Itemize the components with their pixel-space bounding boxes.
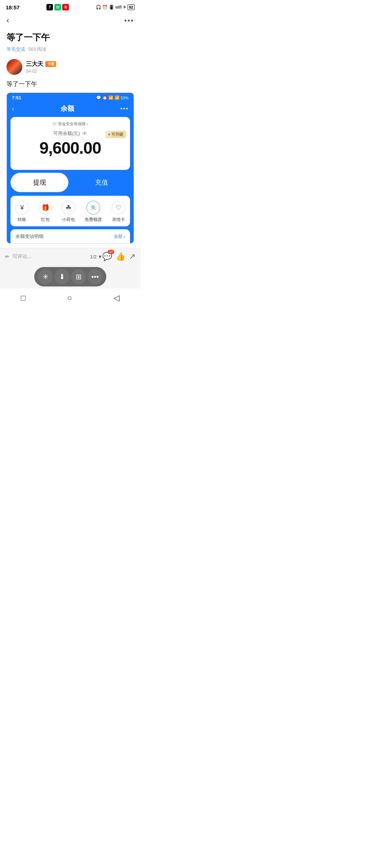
comment-input-area[interactable]: ✏ 写评论... [5,253,90,260]
quick-action-family-card[interactable]: ♡ 亲情卡 [112,201,125,223]
status-bar: 18:57 T W R 🎧 ⏰ 📳 wifi ✈ 92 [0,0,140,13]
article-category[interactable]: 羊毛交流 [6,46,25,53]
inner-status-right: 💬 ⏰ 📶 📶 53% [96,95,129,100]
quick-action-lotus[interactable]: ☘ 小荷包 [62,201,75,223]
more-button[interactable]: ••• [124,17,134,25]
status-right-icons: 🎧 ⏰ 📳 wifi ✈ 92 [96,4,135,10]
recents-button[interactable]: □ [14,292,33,304]
inner-back-button[interactable]: ‹ [12,105,14,113]
quick-action-transfer[interactable]: ¥ 转账 [15,201,29,223]
page-wrapper: 18:57 T W R 🎧 ⏰ 📳 wifi ✈ 92 ‹ ••• 等了一下午 … [0,0,140,313]
wifi-icon: wifi [115,5,121,10]
inner-signal-icon: 📶 [115,95,120,100]
page-number: 1/2 [90,254,97,259]
toolbar-btn-download[interactable]: ⬇ [54,269,70,284]
author-row: 三大天 卡皇 04-02 [0,59,140,78]
family-card-icon: ♡ [112,201,125,214]
security-badge[interactable]: 🛡 资金安全有保障 › [16,121,124,127]
inner-battery: 53% [121,96,129,100]
eye-icon[interactable]: 👁 [82,131,87,136]
quick-actions: ¥ 转账 🎁 红包 ☘ 小荷包 免 免费额度 ♡ 亲情卡 [10,196,130,226]
status-app-icons: T W R [46,4,69,10]
comment-placeholder: 写评论... [12,253,32,260]
system-nav-bar: □ ○ ◁ [0,288,140,310]
edit-icon: ✏ [5,254,9,259]
inner-more-button[interactable]: ••• [120,105,129,112]
inner-alarm-icon: ⏰ [102,95,107,100]
quick-action-free-quota[interactable]: 免 免费额度 [85,201,102,223]
inner-nav: ‹ 余额 ••• [7,102,134,117]
inner-nav-title: 余额 [61,104,74,113]
airplane-icon: ✈ [123,5,126,10]
redpacket-label: 红包 [41,217,50,223]
battery-indicator: 92 [128,4,135,10]
quick-action-redpacket[interactable]: 🎁 红包 [39,201,52,223]
back-button[interactable]: ‹ [6,16,9,25]
red-app-icon: R [62,4,69,10]
inner-wifi-icon: 📶 [108,95,113,100]
action-buttons: 提现 充值 [10,173,130,192]
floating-toolbar: ✳ ⬇ ⊞ ••• [34,267,106,286]
toolbar-btn-asterisk[interactable]: ✳ [38,269,53,284]
home-button[interactable]: ○ [60,292,79,304]
notification-badge: 17 [108,250,114,254]
author-date: 04-02 [26,69,56,74]
inner-status-bar: 7:51 💬 ⏰ 📶 📶 53% [7,93,134,102]
vibrate-icon: 📳 [109,5,114,10]
share-icon[interactable]: ↗ [129,252,135,261]
author-avatar[interactable] [6,59,22,75]
transfer-label: 转账 [18,217,26,223]
floating-toolbar-row: ✳ ⬇ ⊞ ••• [0,265,140,288]
inner-wechat-icon: 💬 [96,95,101,100]
author-name: 三大天 [26,60,43,68]
nav-bar: ‹ ••• [0,13,140,28]
recharge-button[interactable]: 充值 [73,173,130,192]
author-name-row: 三大天 卡皇 [26,60,56,68]
bottom-hint: 余额变动明细 全部 › [10,229,130,243]
toolbar-btn-more[interactable]: ••• [88,269,103,284]
comment-page-info: 1/2 ▼ [90,254,102,259]
author-info: 三大天 卡皇 04-02 [26,60,56,74]
article-body: 等了一下午 7:51 💬 ⏰ 📶 📶 53% ‹ 余额 ••• [0,78,140,248]
alarm-icon: ⏰ [102,5,108,10]
status-time: 18:57 [6,4,19,10]
lotus-label: 小荷包 [62,217,75,223]
withdraw-button[interactable]: 提现 [10,173,68,192]
article-views: 563 阅读 [28,46,46,53]
back-button-sys[interactable]: ◁ [106,292,127,304]
comment-bar: ✏ 写评论... 1/2 ▼ 💬 17 👍 ↗ [0,248,140,265]
shield-icon: 🛡 [53,122,57,126]
article-title: 等了一下午 [6,32,134,43]
redpacket-icon: 🎁 [39,201,52,214]
bottom-hint-text: 余额变动明细 [15,233,44,240]
embedded-screenshot: 7:51 💬 ⏰ 📶 📶 53% ‹ 余额 ••• 🛡 资金安 [6,92,134,244]
free-quota-icon: 免 [86,201,100,214]
article-header: 等了一下午 羊毛交流 563 阅读 [0,28,140,59]
security-text: 资金安全有保障 › [58,121,88,127]
page-arrow: ▼ [98,254,102,259]
like-icon[interactable]: 👍 [116,252,125,261]
upgrade-badge[interactable]: ♦ 可升级 [106,131,126,138]
family-card-label: 亲情卡 [112,217,125,223]
headphone-icon: 🎧 [96,5,101,10]
article-body-text: 等了一下午 [6,80,134,88]
transfer-icon: ¥ [15,201,29,214]
lotus-icon: ☘ [62,201,75,214]
balance-card: 🛡 资金安全有保障 › 可用余额(元) 👁 9,600.00 ♦ 可升级 [10,117,130,170]
article-meta: 羊毛交流 563 阅读 [6,46,134,53]
comment-bubble-icon[interactable]: 💬 17 [102,252,112,261]
toolbar-btn-grid[interactable]: ⊞ [71,269,86,284]
tiktok-icon: T [46,4,53,10]
inner-time: 7:51 [12,95,21,100]
free-quota-label: 免费额度 [85,217,102,223]
balance-amount: 9,600.00 [16,138,124,158]
wechat-icon: W [54,4,61,10]
bottom-hint-more[interactable]: 全部 › [114,234,125,240]
author-badge: 卡皇 [45,61,56,67]
comment-actions: 💬 17 👍 ↗ [102,252,135,261]
